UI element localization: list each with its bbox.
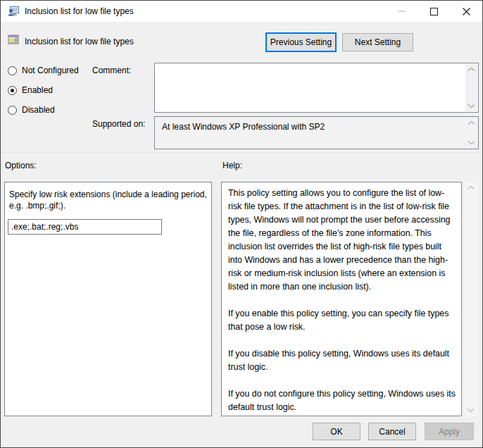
cancel-button[interactable]: Cancel (368, 423, 416, 440)
close-icon (463, 8, 470, 15)
scroll-up-icon (468, 120, 475, 125)
section-divider (1, 153, 483, 154)
minimize-icon (398, 11, 406, 12)
help-paragraph: If you enable this policy setting, you c… (228, 307, 456, 334)
apply-button[interactable]: Apply (425, 423, 474, 440)
scroll-down-icon[interactable] (468, 104, 475, 108)
maximize-icon (430, 8, 438, 15)
radio-label-not-configured: Not Configured (22, 66, 79, 75)
comment-scrollbar[interactable] (465, 64, 477, 111)
policy-setting-icon (8, 34, 19, 45)
supported-on-label: Supported on: (92, 119, 145, 129)
options-label: Options: (5, 161, 37, 170)
supported-on-box: At least Windows XP Professional with SP… (154, 116, 479, 149)
previous-setting-button[interactable]: Previous Setting (265, 32, 337, 52)
supported-on-scrollbar (465, 118, 477, 148)
help-scrollbar[interactable] (464, 182, 478, 416)
radio-not-configured[interactable]: Not Configured (8, 65, 79, 76)
radio-enabled[interactable]: Enabled (8, 85, 53, 96)
title-bar: Inclusion list for low file types (1, 1, 482, 22)
help-paragraph: If you disable this policy setting, Wind… (228, 347, 456, 374)
maximize-button[interactable] (418, 1, 450, 22)
radio-circle-enabled (8, 86, 17, 95)
policy-setting-dialog: Inclusion list for low file types Inclus… (0, 0, 483, 448)
radio-label-disabled: Disabled (22, 105, 55, 115)
help-paragraph: If you do not configure this policy sett… (228, 387, 456, 414)
window-title: Inclusion list for low file types (25, 1, 134, 22)
scroll-up-icon[interactable] (468, 67, 475, 72)
radio-circle-not-configured (8, 66, 17, 75)
group-policy-app-icon (8, 6, 19, 17)
next-setting-button[interactable]: Next Setting (342, 33, 413, 51)
ok-button[interactable]: OK (313, 423, 360, 440)
comment-textarea[interactable] (154, 63, 479, 113)
radio-disabled[interactable]: Disabled (8, 104, 55, 116)
scroll-down-icon[interactable] (467, 408, 475, 413)
options-instruction: Specify low risk extensions (include a l… (9, 189, 209, 211)
scroll-up-icon[interactable] (467, 185, 475, 190)
comment-label: Comment: (92, 66, 131, 75)
low-risk-extensions-input[interactable] (8, 219, 162, 235)
help-label: Help: (222, 161, 242, 170)
options-panel: Specify low risk extensions (include a l… (4, 182, 212, 416)
help-text: This policy setting allows you to config… (228, 187, 456, 416)
policy-name: Inclusion list for low file types (25, 37, 134, 46)
help-textbox[interactable]: This policy setting allows you to config… (221, 182, 462, 416)
minimize-button (385, 1, 418, 22)
help-paragraph: This policy setting allows you to config… (228, 187, 456, 294)
radio-label-enabled: Enabled (22, 85, 53, 95)
supported-on-value: At least Windows XP Professional with SP… (162, 122, 461, 132)
radio-circle-disabled (8, 106, 17, 115)
close-button[interactable] (450, 1, 482, 22)
scroll-down-icon (468, 140, 475, 145)
